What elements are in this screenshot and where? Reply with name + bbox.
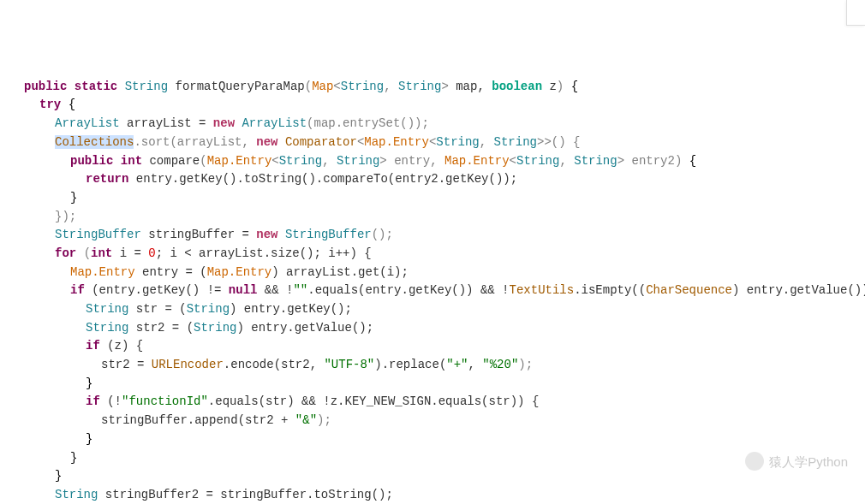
class-textutils: TextUtils [510,283,575,297]
watermark: 猿人学Python [745,452,848,471]
class-urlencoder: URLEncoder [152,358,224,371]
class-map: Map [312,80,333,93]
keyword-return: return [86,172,128,186]
keyword-static: static [75,80,117,93]
class-comparator: Comparator [285,135,357,149]
keyword-new: new [213,116,235,130]
editor-tab-corner[interactable] [846,0,865,26]
type-stringbuffer: StringBuffer [55,228,141,241]
keyword-try: try [39,98,61,111]
class-collections: Collections [55,135,134,149]
keyword-boolean: boolean [492,80,542,93]
class-charsequence: CharSequence [646,283,732,297]
method-name: formatQueryParaMap [175,80,304,93]
code-editor[interactable]: public static String formatQueryParaMap(… [9,78,865,504]
keyword-public: public [24,80,67,93]
type-string: String [125,80,168,93]
type-arraylist: ArrayList [55,116,120,130]
keyword-for: for [55,246,76,260]
wechat-icon [745,452,764,471]
watermark-text: 猿人学Python [769,452,848,471]
keyword-if: if [70,283,85,297]
